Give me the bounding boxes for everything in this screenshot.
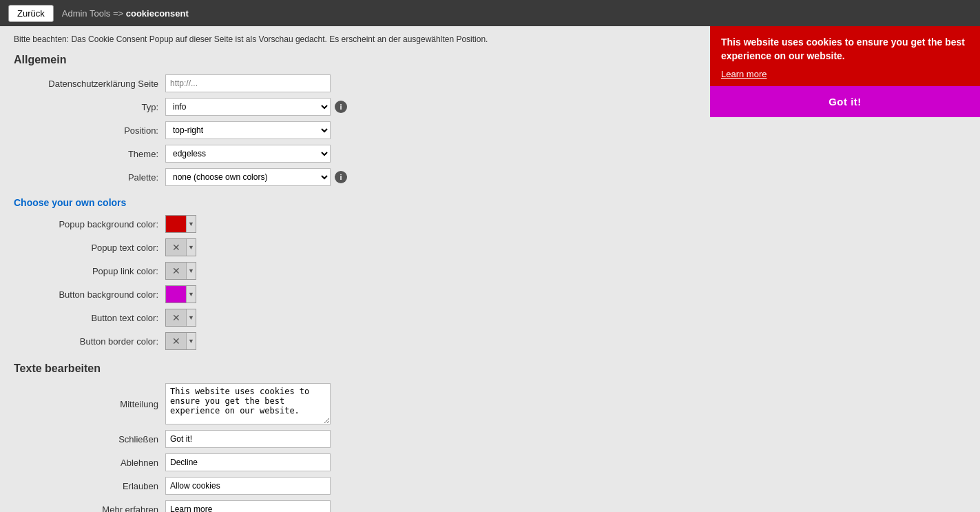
learn-input[interactable] [165,500,331,512]
btn-text-label: Button text color: [14,313,165,323]
popup-text-color-picker[interactable]: ▼ [165,238,196,256]
btn-border-color-picker[interactable]: ▼ [165,332,196,350]
btn-border-color-row: Button border color: ▼ [14,332,966,350]
decline-input[interactable] [165,453,331,471]
cookie-popup-message: This website uses cookies to ensure you … [721,36,969,63]
popup-text-swatch [166,239,186,256]
popup-link-swatch [166,263,186,279]
popup-link-color-picker[interactable]: ▼ [165,262,196,280]
btn-text-swatch [166,309,186,326]
colors-section-title: Choose your own colors [14,197,966,208]
type-info-icon[interactable]: i [335,101,347,113]
type-select[interactable]: info opt-in opt-out [165,98,331,116]
palette-label: Palette: [14,172,165,183]
cookie-got-it-button[interactable]: Got it! [710,86,980,117]
theme-label: Theme: [14,149,165,159]
theme-row: Theme: edgeless block classic [14,145,966,163]
popup-bg-arrow: ▼ [186,216,196,232]
close-input[interactable] [165,430,331,448]
cookie-popup-learn-more-link[interactable]: Learn more [721,69,767,79]
btn-border-arrow: ▼ [186,333,196,349]
message-textarea[interactable]: This website uses cookies to ensure you … [165,383,331,424]
header: Zurück Admin Tools => cookieconsent [0,0,980,26]
btn-text-color-picker[interactable]: ▼ [165,309,196,327]
palette-select[interactable]: none (choose own colors) default monochr… [165,168,331,186]
learn-label: Mehr erfahren [14,504,165,513]
back-button[interactable]: Zurück [8,5,54,22]
popup-link-label: Popup link color: [14,266,165,276]
popup-bg-color-row: Popup background color: ▼ [14,215,966,233]
btn-bg-swatch [166,286,186,303]
decline-label: Ablehnen [14,458,165,468]
palette-info-icon[interactable]: i [335,171,347,183]
btn-bg-arrow: ▼ [186,286,196,303]
cookie-popup-body: This website uses cookies to ensure you … [710,26,980,86]
allow-label: Erlauben [14,481,165,491]
allow-row: Erlauben [14,477,966,495]
popup-bg-color-picker[interactable]: ▼ [165,215,196,233]
btn-bg-color-row: Button background color: ▼ [14,285,966,303]
position-label: Position: [14,125,165,136]
popup-link-color-row: Popup link color: ▼ [14,262,966,280]
privacy-input[interactable] [165,74,331,92]
position-select[interactable]: top-right top-left bottom-right bottom-l… [165,121,331,139]
popup-link-arrow: ▼ [186,263,196,279]
position-row: Position: top-right top-left bottom-righ… [14,121,966,139]
section-texts-title: Texte bearbeiten [14,362,966,375]
message-row: Mitteilung This website uses cookies to … [14,383,966,424]
btn-border-swatch [166,333,186,349]
btn-bg-label: Button background color: [14,289,165,300]
theme-select[interactable]: edgeless block classic [165,145,331,163]
popup-bg-label: Popup background color: [14,219,165,229]
type-label: Typ: [14,102,165,112]
page-wrapper: Bitte beachten: Das Cookie Consent Popup… [0,26,980,512]
breadcrumb-text: Admin Tools => cookieconsent [62,8,189,19]
popup-bg-swatch [166,216,186,232]
popup-text-label: Popup text color: [14,243,165,253]
btn-border-label: Button border color: [14,336,165,347]
privacy-label: Datenschutzerklärung Seite [14,79,165,89]
close-label: Schließen [14,434,165,444]
btn-text-color-row: Button text color: ▼ [14,309,966,327]
message-label: Mitteilung [14,399,165,409]
palette-row: Palette: none (choose own colors) defaul… [14,168,966,186]
decline-row: Ablehnen [14,453,966,471]
learn-row: Mehr erfahren [14,500,966,512]
popup-text-arrow: ▼ [186,239,196,256]
allow-input[interactable] [165,477,331,495]
btn-text-arrow: ▼ [186,309,196,326]
cookie-consent-popup: This website uses cookies to ensure you … [710,26,980,117]
popup-text-color-row: Popup text color: ▼ [14,238,966,256]
btn-bg-color-picker[interactable]: ▼ [165,285,196,303]
close-row: Schließen [14,430,966,448]
